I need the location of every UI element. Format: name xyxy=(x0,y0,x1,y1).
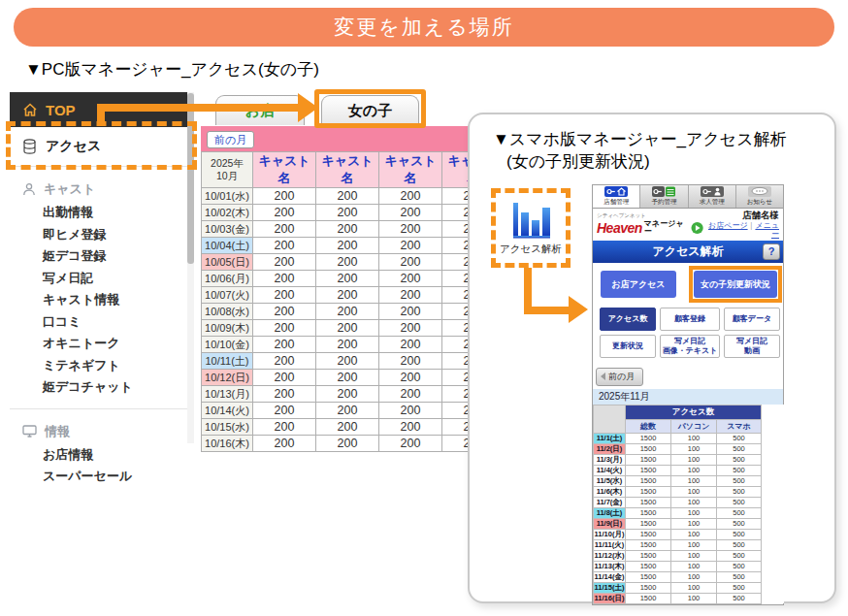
sidebar-item[interactable]: お店情報 xyxy=(43,444,194,467)
phone-date-cell: 11/7(金) xyxy=(594,497,626,507)
phone-table-row: 11/1(土)1500100500 xyxy=(594,433,784,443)
pc-table-body: 10/01(水)20020020020010/02(木)200200200200… xyxy=(202,188,506,452)
heaven-logo-small-text: シティヘブンネット xyxy=(597,213,703,219)
phone-date-cell: 11/2(日) xyxy=(594,443,626,454)
sidebar-item[interactable]: ミテネギフト xyxy=(43,355,194,377)
pc-date-cell: 10/16(木) xyxy=(202,436,253,452)
sidebar-item[interactable]: 即ヒメ登録 xyxy=(43,224,194,246)
phone-value-cell: 1500 xyxy=(626,475,671,486)
pc-value-cell: 200 xyxy=(316,337,379,353)
annotation-dashed-box-access xyxy=(6,121,197,170)
pc-table-row: 10/16(木)200200200200 xyxy=(202,436,506,452)
phone-value-cell: 500 xyxy=(717,593,762,603)
phone-filter-button[interactable]: 更新状況 xyxy=(600,335,656,358)
pc-date-cell: 10/06(月) xyxy=(202,271,253,287)
filler-cell xyxy=(762,550,784,561)
phone-date-cell: 11/13(木) xyxy=(594,561,626,571)
phone-value-cell: 500 xyxy=(717,561,762,571)
phone-date-cell: 11/15(土) xyxy=(594,582,626,593)
heaven-logo: シティヘブンネット Heaven マネージャー xyxy=(597,213,703,236)
phone-value-cell: 500 xyxy=(717,486,762,497)
pc-value-cell: 200 xyxy=(316,238,379,254)
phone-value-cell: 500 xyxy=(717,454,762,465)
pc-value-cell: 200 xyxy=(316,304,379,320)
pc-value-cell: 200 xyxy=(316,370,379,386)
pc-value-cell: 200 xyxy=(316,320,379,337)
pc-date-cell: 10/09(木) xyxy=(202,320,253,337)
phone-filter-button[interactable]: アクセス数 xyxy=(600,308,656,331)
phone-filter-button[interactable]: 顧客データ xyxy=(724,308,780,331)
annotation-arrow2-horizontal xyxy=(524,307,572,314)
phone-screenshot: 店舗管理 予約管理 求人管理 お知らせ シティヘブンネット xyxy=(592,184,784,605)
phone-filter-button[interactable]: 写メ日記 動画 xyxy=(724,335,780,358)
shop-page-link[interactable]: お店ページ xyxy=(708,221,748,230)
phone-value-cell: 100 xyxy=(671,465,717,475)
phone-filter-button[interactable]: 顧客登録 xyxy=(660,308,720,331)
info-menu-list: お店情報スーパーセール xyxy=(10,440,194,488)
prev-month-button[interactable]: 前の月 xyxy=(207,131,254,148)
filler-cell xyxy=(762,433,784,443)
screenshot-root: 変更を加える場所 ▼PC版マネージャー_アクセス(女の子) TOP アクセス キ… xyxy=(0,0,848,616)
phone-tab-recruit[interactable]: 求人管理 xyxy=(689,185,736,208)
shop-access-button[interactable]: お店アクセス xyxy=(601,271,676,298)
sidebar-item[interactable]: 姫デコ登録 xyxy=(43,245,194,268)
help-button[interactable]: ? xyxy=(763,243,780,260)
key-person-icon xyxy=(701,186,724,197)
sidebar-item[interactable]: スーパーセール xyxy=(43,466,194,488)
phone-month-label: 2025年11月 xyxy=(593,389,783,405)
phone-tab-label: 求人管理 xyxy=(700,198,725,207)
pc-value-cell: 200 xyxy=(379,221,442,238)
bar-chart-icon xyxy=(509,201,552,240)
pc-column-header: パソコン xyxy=(671,419,717,433)
pc-access-table-area: 前の月 2025年 10月 キャスト名 キャスト名 キャスト名 キャスト名 10… xyxy=(201,126,492,452)
pc-value-cell: 200 xyxy=(379,370,442,386)
sidebar-item[interactable]: キャスト情報 xyxy=(43,289,194,311)
phone-table-row: 11/6(木)1500100500 xyxy=(594,486,784,497)
heaven-logo-suffix: マネージャー xyxy=(644,220,689,236)
phone-access-table: アクセス数 総数 パソコン スマホ 11/1(土)150010050011/2(… xyxy=(593,405,784,604)
filler-cell xyxy=(762,561,784,571)
phone-date-cell: 11/5(水) xyxy=(594,475,626,486)
phone-tab-reservation[interactable]: 予約管理 xyxy=(640,185,688,208)
pc-value-cell: 200 xyxy=(253,320,316,337)
pc-section-heading: ▼PC版マネージャー_アクセス(女の子) xyxy=(25,58,319,81)
phone-value-cell: 500 xyxy=(717,582,762,593)
phone-prev-month-button[interactable]: 前の月 xyxy=(596,368,643,386)
phone-table-row: 11/11(火)1500100500 xyxy=(594,539,784,550)
pc-value-cell: 200 xyxy=(253,254,316,271)
sidebar-item[interactable]: 出勤情報 xyxy=(43,202,194,224)
pc-value-cell: 200 xyxy=(253,271,316,287)
phone-date-cell: 11/12(水) xyxy=(594,550,626,561)
panel-heading-line1: ▼スマホ版マネージャー_アクセス解析 xyxy=(493,128,787,150)
sidebar-scrollbar-thumb[interactable] xyxy=(187,93,194,264)
sidebar-item[interactable]: オキニトーク xyxy=(43,333,194,355)
speech-bubble-icon xyxy=(748,186,771,197)
phone-table-row: 11/2(日)1500100500 xyxy=(594,443,784,454)
phone-filter-button[interactable]: 写メ日記 画像・テキスト xyxy=(660,335,720,358)
home-icon xyxy=(22,103,38,117)
pc-value-cell: 200 xyxy=(253,403,316,419)
sidebar-item[interactable]: 写メ日記 xyxy=(43,268,194,290)
pc-value-cell: 200 xyxy=(379,436,442,452)
menu-link[interactable]: メニュー xyxy=(755,221,779,240)
sidebar-divider xyxy=(10,408,194,409)
phone-value-cell: 500 xyxy=(717,507,762,518)
sidebar-item[interactable]: 姫デコチャット xyxy=(43,376,194,399)
heaven-logo-brand: Heaven xyxy=(597,221,642,235)
phone-tab-store-management[interactable]: 店舗管理 xyxy=(593,185,640,208)
pc-value-cell: 200 xyxy=(253,205,316,221)
phone-prev-month-label: 前の月 xyxy=(608,371,635,383)
shop-info: 店舗名様 お店ページ｜メニュー xyxy=(703,210,779,240)
pc-table-row: 10/13(月)200200200200 xyxy=(202,386,506,403)
phone-value-cell: 500 xyxy=(717,465,762,475)
pc-table-header-row: 2025年 10月 キャスト名 キャスト名 キャスト名 キャスト名 xyxy=(202,152,506,188)
pc-value-cell: 200 xyxy=(253,353,316,370)
phone-tab-notice[interactable]: お知らせ xyxy=(736,185,783,208)
pc-table-row: 10/06(月)200200200200 xyxy=(202,271,506,287)
pc-value-cell: 200 xyxy=(253,304,316,320)
sidebar-item[interactable]: 口コミ xyxy=(43,311,194,334)
phone-value-cell: 100 xyxy=(671,571,717,582)
phone-value-cell: 100 xyxy=(671,497,717,507)
sidebar-group-cast: キャスト xyxy=(10,180,194,198)
phone-value-cell: 100 xyxy=(671,561,717,571)
